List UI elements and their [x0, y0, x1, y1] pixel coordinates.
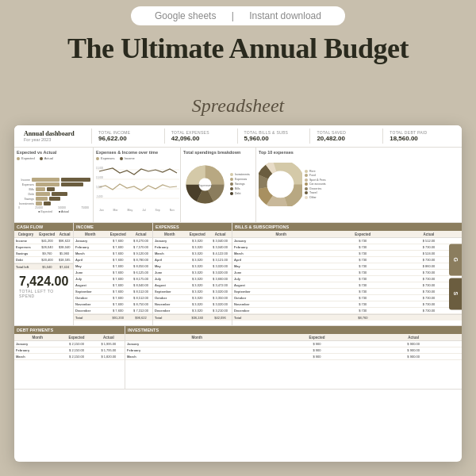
line-chart-block: Expenses & Income over time Expenses Inc…	[94, 148, 181, 222]
side-tab-g[interactable]: G	[449, 244, 462, 275]
expenses-table-header: Expenses	[153, 223, 232, 231]
exp-col-actual: Actual	[209, 231, 232, 237]
tables-section: Cash flow Category Expected Actual Incom…	[14, 223, 462, 390]
bills-table-header: Bills & Subscriptions	[232, 223, 462, 231]
svg-text:-5,000: -5,000	[96, 195, 103, 198]
bills-col-expected: Expected	[330, 231, 396, 237]
cashflow-table: Cash flow Category Expected Actual Incom…	[14, 223, 74, 325]
pie-chart-title: Total spendings breakdown	[183, 150, 253, 155]
line-chart-svg: 15,000 10,000 5,000 -5,000	[96, 162, 179, 205]
summary-bills: TOTAL BILLS & SUBS 5,960.00	[241, 129, 311, 144]
exp-col-month: Month	[153, 231, 186, 237]
bar-chart-title: Expected vs Actual	[17, 150, 90, 155]
badge-separator: |	[232, 10, 234, 21]
bills-value: 5,960.00	[244, 135, 307, 142]
tables-row-2: Debt payments Month Expected Actual Janu…	[14, 326, 462, 390]
summary-income: TOTAL INCOME 96,622.00	[95, 129, 165, 144]
summary-expenses: TOTAL EXPENSES 42,096.00	[168, 129, 238, 144]
income-value: 96,622.00	[98, 135, 161, 142]
dashboard-title: Annual dashboard	[24, 130, 88, 137]
cashflow-header: Cash flow	[14, 223, 73, 231]
big-number-label: TOTAL LEFT TO SPEND	[19, 289, 68, 298]
col-actual: Actual	[56, 231, 73, 237]
dashboard-subtitle: For year 2023	[24, 137, 88, 142]
charts-row: Expected vs Actual Expected Actual Incom…	[14, 148, 462, 223]
donut-chart-title: Top 10 expenses	[259, 150, 459, 155]
bar-chart-block: Expected vs Actual Expected Actual Incom…	[14, 148, 94, 222]
donut-chart-block: Top 10 expenses Rent Food Sport & Fees	[256, 148, 462, 222]
side-tab-s[interactable]: S	[449, 278, 462, 309]
investments-table: Investments Month Expected Actual Januar…	[125, 326, 462, 389]
summary-debt: TOTAL DEBT PAID 18,560.00	[386, 129, 455, 144]
debt-value: 18,560.00	[390, 135, 452, 142]
income-col-expected: Expected	[106, 231, 129, 237]
exp-col-expected: Expected	[186, 231, 209, 237]
expenses-table: Expenses Month Expected Actual January$ …	[153, 223, 232, 325]
bar-chart-legend: Expected Actual	[17, 156, 90, 160]
summary-saved: TOTAL SAVED 20,482.00	[313, 129, 383, 144]
svg-text:15,000: 15,000	[96, 167, 104, 170]
saved-value: 20,482.00	[317, 135, 379, 142]
svg-point-18	[271, 174, 291, 194]
pie-chart-block: Total spendings breakdown Expen	[181, 148, 256, 222]
bills-table: Bills & Subscriptions Month Expected Act…	[232, 223, 462, 325]
donut-svg	[259, 163, 302, 206]
income-col-month: Month	[74, 231, 106, 237]
debt-table-header: Debt payments	[14, 326, 125, 334]
donut-area: Rent Food Sport & Fees Car accounts Groc…	[259, 156, 459, 212]
pie-svg: Expenses	[183, 163, 227, 206]
col-category: Category	[14, 231, 37, 237]
tables-row-1: Cash flow Category Expected Actual Incom…	[14, 223, 462, 326]
svg-text:5,000: 5,000	[96, 186, 102, 189]
line-chart-title: Expenses & Income over time	[96, 150, 178, 155]
investments-table-header: Investments	[125, 326, 462, 334]
bills-col-month: Month	[232, 231, 330, 237]
col-expected: Expected	[37, 231, 56, 237]
expenses-value: 42,096.00	[171, 135, 234, 142]
bills-col-actual: Actual	[396, 231, 462, 237]
badge-text2: Instant download	[249, 10, 321, 21]
spreadsheet-preview: Annual dashboard For year 2023 TOTAL INC…	[14, 125, 462, 462]
svg-text:10,000: 10,000	[96, 176, 104, 179]
debt-table: Debt payments Month Expected Actual Janu…	[14, 326, 125, 389]
summary-bar: Annual dashboard For year 2023 TOTAL INC…	[14, 125, 462, 148]
income-col-actual: Actual	[129, 231, 152, 237]
dashboard-title-block: Annual dashboard For year 2023	[21, 129, 92, 144]
income-table-header: Income	[74, 223, 152, 231]
badge-text1: Google sheets	[155, 10, 216, 21]
income-table: Income Month Expected Actual January$ 7,…	[74, 223, 153, 325]
main-title: The Ultimate Annual Budget	[0, 33, 476, 65]
svg-text:Expenses: Expenses	[198, 183, 213, 187]
product-badge: Google sheets | Instant download	[131, 6, 345, 25]
big-number: 7,424.00	[19, 274, 68, 289]
pie-area: Expenses Investments Expenses Savings Bi…	[183, 156, 253, 212]
subtitle: Spreadsheet	[0, 95, 476, 117]
line-chart-legend: Expenses Income	[96, 156, 178, 160]
